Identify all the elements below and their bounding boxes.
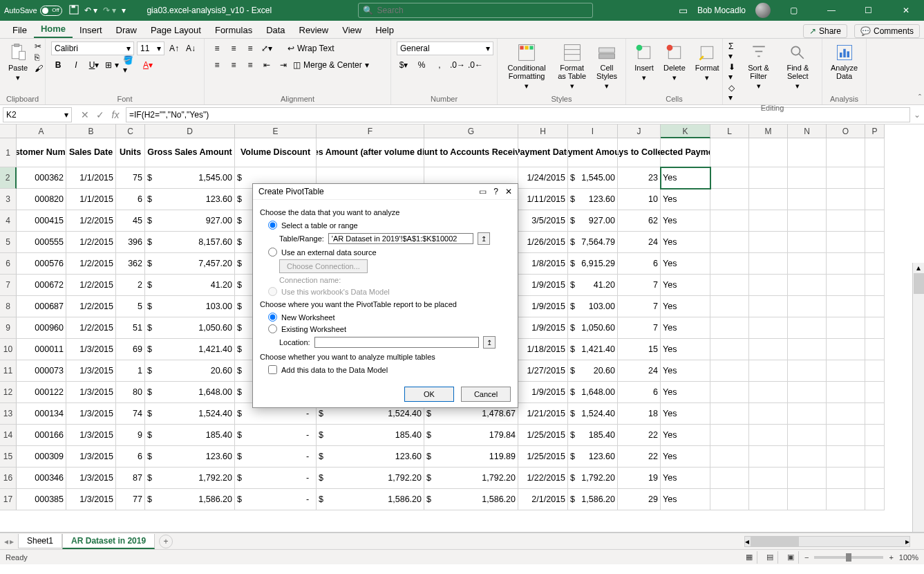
chk-add-data-model[interactable]: Add this data to the Data Model [268,364,511,376]
zoom-in-icon[interactable]: + [889,553,893,562]
cell-D4[interactable]: $927.00 [145,210,235,232]
cell-M15[interactable] [749,446,788,467]
cell-A9[interactable]: 000960 [17,317,66,339]
cell-M17[interactable] [749,489,788,510]
cell-P4[interactable] [865,210,885,232]
cell-A12[interactable]: 000122 [17,382,66,403]
row-header-9[interactable]: 9 [0,317,17,339]
cell-N11[interactable] [788,360,827,382]
location-input[interactable] [314,337,479,348]
cell-N14[interactable] [788,425,827,446]
row-header-10[interactable]: 10 [0,339,17,360]
cell-P12[interactable] [865,382,885,403]
cell-A2[interactable]: 000362 [17,167,66,189]
cell-M9[interactable] [749,317,788,339]
cell-H10[interactable]: 1/18/2015 [518,339,568,360]
zoom-slider[interactable] [814,556,883,559]
tab-view[interactable]: View [335,22,368,38]
sheet-tab-sheet1[interactable]: Sheet1 [18,534,62,548]
enter-formula-icon[interactable]: ✓ [94,109,106,120]
tab-home[interactable]: Home [34,21,73,38]
col-header-J[interactable]: J [618,124,661,138]
cell-G14[interactable]: $179.84 [424,425,518,446]
cell-L12[interactable] [710,382,749,403]
cell-H12[interactable]: 1/9/2015 [518,382,568,403]
row-header-4[interactable]: 4 [0,210,17,232]
cell-D14[interactable]: $185.40 [145,425,235,446]
orientation-icon[interactable]: ⤢▾ [260,41,274,55]
cell-O3[interactable] [827,189,865,210]
cell-A3[interactable]: 000820 [17,189,66,210]
cell-I11[interactable]: $20.60 [568,360,618,382]
cell-O7[interactable] [827,275,865,296]
col-header-O[interactable]: O [827,124,865,138]
cell-H7[interactable]: 1/9/2015 [518,275,568,296]
col-header-P[interactable]: P [865,124,885,138]
cell-N9[interactable] [788,317,827,339]
tab-file[interactable]: File [6,22,34,38]
cell-P13[interactable] [865,403,885,425]
cell-C11[interactable]: 1 [116,360,145,382]
col-header-K[interactable]: K [661,124,710,138]
cell-I12[interactable]: $1,648.00 [568,382,618,403]
row-header-2[interactable]: 2 [0,167,17,189]
location-select-icon[interactable]: ↥ [483,336,496,349]
opt-select-range[interactable]: Select a table or range [268,219,511,231]
cut-icon[interactable]: ✂ [35,41,43,51]
ribbon-display-icon[interactable]: ▢ [780,0,808,21]
cell-C7[interactable]: 2 [116,275,145,296]
cell-B12[interactable]: 1/3/2015 [66,382,116,403]
header-cell[interactable]: Customer Number [17,138,66,167]
paste-button[interactable]: Paste▾ [6,41,30,84]
cell-K7[interactable]: Yes [661,275,710,296]
row-header-14[interactable]: 14 [0,425,17,446]
cell-O14[interactable] [827,425,865,446]
cell-B13[interactable]: 1/3/2015 [66,403,116,425]
sort-filter-button[interactable]: Sort & Filter▾ [742,41,775,92]
fill-color-icon[interactable]: 🪣▾ [123,58,137,72]
cell-D6[interactable]: $7,457.20 [145,253,235,275]
cell-N7[interactable] [788,275,827,296]
cell-N5[interactable] [788,232,827,253]
cell-L15[interactable] [710,446,749,467]
header-cell[interactable] [865,138,885,167]
cell-J9[interactable]: 7 [618,317,661,339]
format-as-table-button[interactable]: Format as Table▾ [554,41,590,92]
cell-J10[interactable]: 15 [618,339,661,360]
cell-C14[interactable]: 9 [116,425,145,446]
cell-K10[interactable]: Yes [661,339,710,360]
cell-D3[interactable]: $123.60 [145,189,235,210]
align-bottom-icon[interactable]: ≡ [243,41,257,55]
zoom-level[interactable]: 100% [899,553,918,562]
header-cell[interactable]: Collected Payment? [661,138,710,167]
cell-L13[interactable] [710,403,749,425]
cell-D11[interactable]: $20.60 [145,360,235,382]
decrease-font-icon[interactable]: A↓ [184,41,198,55]
cell-O11[interactable] [827,360,865,382]
comma-icon[interactable]: , [433,58,446,72]
header-cell[interactable] [749,138,788,167]
cell-I14[interactable]: $185.40 [568,425,618,446]
cell-B8[interactable]: 1/2/2015 [66,296,116,317]
cell-P5[interactable] [865,232,885,253]
cell-J15[interactable]: 22 [618,446,661,467]
cell-I5[interactable]: $7,564.79 [568,232,618,253]
row-header-6[interactable]: 6 [0,253,17,275]
cell-D8[interactable]: $103.00 [145,296,235,317]
tab-help[interactable]: Help [368,22,401,38]
cell-B11[interactable]: 1/3/2015 [66,360,116,382]
cell-J3[interactable]: 10 [618,189,661,210]
maximize-icon[interactable]: ☐ [855,0,883,21]
cell-B14[interactable]: 1/3/2015 [66,425,116,446]
autosave-toggle[interactable]: AutoSave Off [4,6,62,16]
tab-insert[interactable]: Insert [73,22,109,38]
cell-C17[interactable]: 77 [116,489,145,510]
cell-D15[interactable]: $123.60 [145,446,235,467]
cell-H11[interactable]: 1/27/2015 [518,360,568,382]
cell-H2[interactable]: 1/24/2015 [518,167,568,189]
cell-N4[interactable] [788,210,827,232]
cell-F16[interactable]: $1,792.20 [317,467,424,489]
row-header-7[interactable]: 7 [0,275,17,296]
delete-cells-button[interactable]: Delete▾ [661,41,688,84]
cell-O15[interactable] [827,446,865,467]
